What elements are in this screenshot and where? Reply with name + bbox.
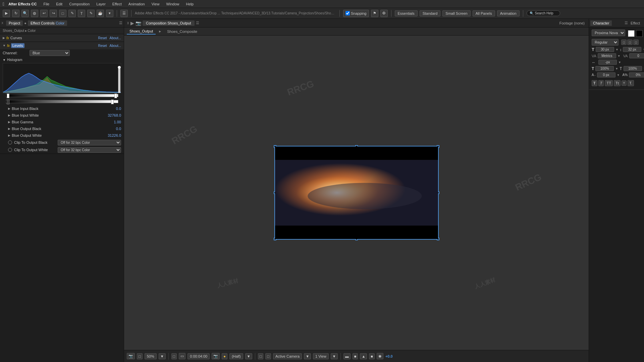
rect-tool-btn[interactable]: □ — [59, 10, 66, 17]
leading-dropdown-icon[interactable]: ▼ — [643, 48, 644, 51]
viewer-tab-shoes-composite[interactable]: Shoes_Composite — [164, 29, 200, 34]
tt-all-caps-btn[interactable]: TT — [605, 80, 612, 86]
align-btn[interactable]: ☰ — [120, 10, 128, 17]
vert-scale-input[interactable] — [624, 66, 642, 71]
font-style-selector[interactable]: Regular Bold Italic — [592, 39, 619, 46]
font-selector[interactable]: Proxima Nova — [592, 29, 625, 36]
output-slider-track[interactable] — [5, 100, 118, 103]
undo-btn[interactable]: ↩ — [40, 10, 48, 17]
toggle-transparency-btn[interactable]: □ — [258, 353, 264, 359]
baseline-input[interactable] — [597, 72, 615, 77]
zoom-tool-btn[interactable]: 🔍 — [21, 10, 29, 17]
bob-value[interactable]: 0.0 — [116, 127, 121, 131]
render-btn[interactable]: ▬ — [343, 353, 351, 359]
comp-close-icon[interactable]: ☓ — [127, 20, 129, 26]
input-slider-container[interactable] — [3, 93, 121, 98]
quality-dropdown-btn[interactable]: ▼ — [245, 353, 252, 359]
search-box[interactable]: 🔍 Search Help — [527, 10, 560, 16]
pen-tool-btn[interactable]: ✎ — [68, 10, 76, 17]
timecode-control[interactable]: 0:00:04:00 — [187, 353, 210, 359]
stroke-opt1[interactable]: □ — [621, 40, 627, 45]
fit-frame-btn[interactable]: □ — [171, 353, 177, 359]
tt-bold-btn[interactable]: T — [592, 80, 597, 86]
snap-checkbox[interactable] — [345, 11, 350, 15]
stroke-opt2[interactable]: □ — [627, 40, 633, 45]
quality-control[interactable]: (Half) — [229, 353, 243, 359]
snap-toggle-btn[interactable]: Snapping — [343, 10, 369, 17]
offset-value[interactable]: +0.0 — [385, 354, 393, 358]
rotation-tool-btn[interactable]: ↻ — [12, 10, 19, 17]
levels-row[interactable]: ▼ fx Levels Reset About... — [0, 42, 124, 49]
menu-view[interactable]: View — [149, 1, 162, 7]
curves-about-btn[interactable]: About... — [110, 36, 121, 40]
zoom-control[interactable]: 50% — [145, 353, 157, 359]
menu-help[interactable]: Help — [183, 1, 197, 7]
effect-tab[interactable]: Effect — [628, 20, 643, 26]
text-tool-btn[interactable]: T — [78, 10, 85, 17]
region-interest-btn[interactable]: ▭ — [179, 353, 185, 359]
tt-italic-btn[interactable]: T — [598, 80, 604, 86]
effect-controls-tab[interactable]: Effect Controls Color — [28, 20, 67, 26]
left-panel-menu-icon[interactable]: ☰ — [119, 21, 122, 25]
channel-select[interactable]: Blue Red Green Alpha RGB — [30, 50, 70, 56]
character-tab[interactable]: Character — [590, 20, 612, 26]
bow-value[interactable]: 31226.0 — [108, 133, 121, 137]
output-black-handle[interactable] — [7, 100, 9, 104]
input-black-handle[interactable] — [7, 94, 9, 98]
tt-small-caps-btn[interactable]: Tt — [614, 80, 621, 86]
leading-input[interactable] — [623, 47, 641, 52]
camera-dropdown-btn[interactable]: ▼ — [304, 353, 311, 359]
panel-close-btn[interactable]: ☓ — [1, 21, 3, 25]
ws-all-panels[interactable]: All Panels — [473, 10, 495, 16]
font-size-input[interactable] — [596, 47, 614, 52]
blue-input-black-row[interactable]: ▶ Blue Input Black 0.0 — [0, 105, 124, 112]
menu-edit[interactable]: Edit — [53, 1, 65, 7]
ws-essentials[interactable]: Essentials — [395, 10, 418, 16]
camera-control[interactable]: Active Camera — [273, 353, 302, 359]
project-tab[interactable]: Project — [6, 20, 23, 26]
blue-output-white-row[interactable]: ▶ Blue Output White 31226.0 — [0, 132, 124, 139]
viewer-cam-btn[interactable]: 📷 — [127, 353, 135, 359]
input-white-handle[interactable] — [114, 94, 117, 98]
3d-view-btn[interactable]: ▲ — [360, 353, 367, 359]
menu-file[interactable]: File — [41, 1, 52, 7]
comp-shoes-output-tab[interactable]: Composition Shoes_Output — [143, 20, 195, 26]
puppet-pin-btn[interactable]: ▾ — [106, 10, 113, 17]
input-slider-track[interactable] — [5, 94, 118, 97]
zoom-dropdown-btn[interactable]: ▼ — [159, 353, 166, 359]
color-btn[interactable]: ● — [222, 353, 227, 359]
menu-animation[interactable]: Animation — [126, 1, 148, 7]
kerning-input[interactable] — [598, 53, 616, 58]
blue-gamma-row[interactable]: ▶ Blue Gamma 1.00 — [0, 119, 124, 125]
hscale-dropdown-icon[interactable]: ▼ — [618, 61, 621, 64]
bg-value[interactable]: 1.00 — [114, 120, 121, 124]
stroke-opt3[interactable]: □ — [633, 40, 639, 45]
clip-output-black-row[interactable]: Clip To Output Black Off for 32 bpc Colo… — [0, 139, 124, 146]
clip-black-select[interactable]: Off for 32 bpc Color On — [58, 140, 121, 145]
paint-tool-btn[interactable]: ✎ — [87, 10, 95, 17]
snapshot-btn[interactable]: 📷 — [212, 353, 220, 359]
viewer-grid-btn[interactable]: □ — [137, 353, 143, 359]
viewer-tab-shoes-output[interactable]: Shoes_Output — [127, 28, 156, 35]
blue-output-black-row[interactable]: ▶ Blue Output Black 0.0 — [0, 125, 124, 132]
snap-icon[interactable]: ⚑ — [371, 10, 378, 17]
curves-row[interactable]: ▶ fx Curves Reset About... — [0, 34, 124, 42]
menu-effect[interactable]: Effect — [110, 1, 124, 7]
menu-composition[interactable]: Composition — [66, 1, 92, 7]
clip-white-select[interactable]: Off for 32 bpc Color On — [58, 147, 121, 153]
bib-value[interactable]: 0.0 — [116, 107, 121, 111]
selection-tool-btn[interactable]: ▶ — [3, 10, 10, 17]
output-slider-container[interactable] — [3, 98, 121, 104]
tsukuri-input[interactable] — [629, 72, 644, 77]
expand-icon[interactable]: ✠ — [380, 10, 388, 17]
stereo-btn[interactable]: ■ — [369, 353, 375, 359]
levels-reset-btn[interactable]: Reset — [98, 44, 107, 48]
menu-window[interactable]: Window — [163, 1, 182, 7]
pixel-aspect-btn[interactable]: □ — [265, 353, 271, 359]
view-opts-btn[interactable]: ■ — [353, 353, 358, 359]
ws-animation[interactable]: Animation — [497, 10, 520, 16]
fill-color-swatch[interactable] — [628, 30, 635, 37]
tt-sub-btn[interactable]: T. — [628, 80, 634, 86]
views-dropdown-btn[interactable]: ▼ — [331, 353, 338, 359]
hscale-input[interactable] — [598, 60, 617, 65]
